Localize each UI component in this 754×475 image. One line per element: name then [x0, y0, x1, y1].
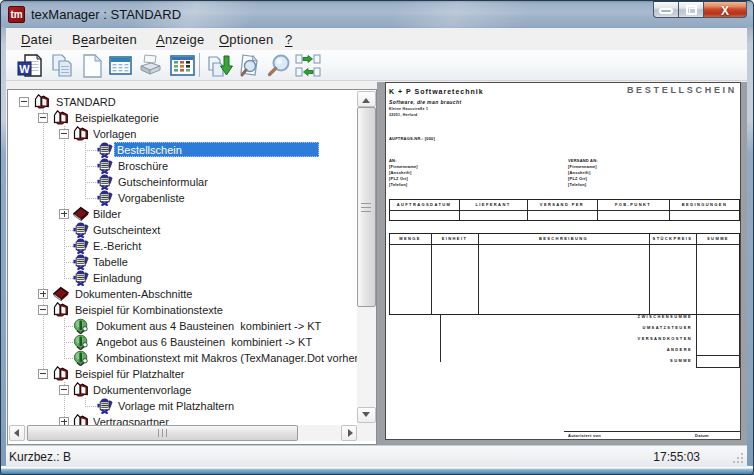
- svg-text:W: W: [19, 63, 30, 75]
